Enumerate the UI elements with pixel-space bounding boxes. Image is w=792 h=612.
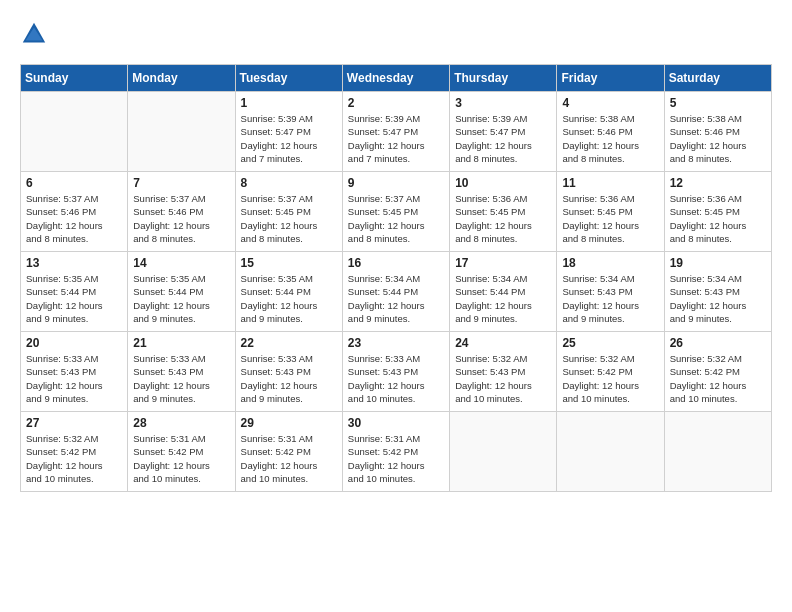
day-number: 19 xyxy=(670,256,766,270)
day-number: 25 xyxy=(562,336,658,350)
calendar-cell: 14Sunrise: 5:35 AM Sunset: 5:44 PM Dayli… xyxy=(128,252,235,332)
calendar-cell: 10Sunrise: 5:36 AM Sunset: 5:45 PM Dayli… xyxy=(450,172,557,252)
day-detail: Sunrise: 5:36 AM Sunset: 5:45 PM Dayligh… xyxy=(455,192,551,245)
calendar-cell: 28Sunrise: 5:31 AM Sunset: 5:42 PM Dayli… xyxy=(128,412,235,492)
calendar-cell: 26Sunrise: 5:32 AM Sunset: 5:42 PM Dayli… xyxy=(664,332,771,412)
calendar-week-row: 27Sunrise: 5:32 AM Sunset: 5:42 PM Dayli… xyxy=(21,412,772,492)
calendar-cell: 9Sunrise: 5:37 AM Sunset: 5:45 PM Daylig… xyxy=(342,172,449,252)
day-detail: Sunrise: 5:34 AM Sunset: 5:43 PM Dayligh… xyxy=(562,272,658,325)
day-number: 14 xyxy=(133,256,229,270)
day-detail: Sunrise: 5:33 AM Sunset: 5:43 PM Dayligh… xyxy=(348,352,444,405)
day-number: 18 xyxy=(562,256,658,270)
day-number: 9 xyxy=(348,176,444,190)
page-header xyxy=(20,20,772,48)
calendar-cell: 3Sunrise: 5:39 AM Sunset: 5:47 PM Daylig… xyxy=(450,92,557,172)
day-number: 3 xyxy=(455,96,551,110)
weekday-header: Wednesday xyxy=(342,65,449,92)
day-detail: Sunrise: 5:34 AM Sunset: 5:43 PM Dayligh… xyxy=(670,272,766,325)
day-number: 8 xyxy=(241,176,337,190)
day-detail: Sunrise: 5:32 AM Sunset: 5:42 PM Dayligh… xyxy=(670,352,766,405)
calendar-cell: 2Sunrise: 5:39 AM Sunset: 5:47 PM Daylig… xyxy=(342,92,449,172)
day-detail: Sunrise: 5:33 AM Sunset: 5:43 PM Dayligh… xyxy=(241,352,337,405)
calendar-cell: 17Sunrise: 5:34 AM Sunset: 5:44 PM Dayli… xyxy=(450,252,557,332)
day-number: 24 xyxy=(455,336,551,350)
calendar-cell: 8Sunrise: 5:37 AM Sunset: 5:45 PM Daylig… xyxy=(235,172,342,252)
day-number: 26 xyxy=(670,336,766,350)
day-detail: Sunrise: 5:32 AM Sunset: 5:43 PM Dayligh… xyxy=(455,352,551,405)
day-number: 1 xyxy=(241,96,337,110)
calendar-cell: 20Sunrise: 5:33 AM Sunset: 5:43 PM Dayli… xyxy=(21,332,128,412)
day-detail: Sunrise: 5:39 AM Sunset: 5:47 PM Dayligh… xyxy=(455,112,551,165)
calendar-cell: 19Sunrise: 5:34 AM Sunset: 5:43 PM Dayli… xyxy=(664,252,771,332)
weekday-header: Saturday xyxy=(664,65,771,92)
calendar-week-row: 1Sunrise: 5:39 AM Sunset: 5:47 PM Daylig… xyxy=(21,92,772,172)
calendar-cell: 11Sunrise: 5:36 AM Sunset: 5:45 PM Dayli… xyxy=(557,172,664,252)
day-number: 29 xyxy=(241,416,337,430)
day-number: 23 xyxy=(348,336,444,350)
day-detail: Sunrise: 5:32 AM Sunset: 5:42 PM Dayligh… xyxy=(562,352,658,405)
day-detail: Sunrise: 5:37 AM Sunset: 5:45 PM Dayligh… xyxy=(241,192,337,245)
day-number: 28 xyxy=(133,416,229,430)
day-detail: Sunrise: 5:36 AM Sunset: 5:45 PM Dayligh… xyxy=(562,192,658,245)
calendar-cell: 7Sunrise: 5:37 AM Sunset: 5:46 PM Daylig… xyxy=(128,172,235,252)
day-detail: Sunrise: 5:37 AM Sunset: 5:46 PM Dayligh… xyxy=(133,192,229,245)
day-detail: Sunrise: 5:32 AM Sunset: 5:42 PM Dayligh… xyxy=(26,432,122,485)
day-detail: Sunrise: 5:31 AM Sunset: 5:42 PM Dayligh… xyxy=(348,432,444,485)
day-detail: Sunrise: 5:35 AM Sunset: 5:44 PM Dayligh… xyxy=(26,272,122,325)
day-detail: Sunrise: 5:39 AM Sunset: 5:47 PM Dayligh… xyxy=(241,112,337,165)
day-detail: Sunrise: 5:37 AM Sunset: 5:45 PM Dayligh… xyxy=(348,192,444,245)
day-number: 6 xyxy=(26,176,122,190)
day-detail: Sunrise: 5:33 AM Sunset: 5:43 PM Dayligh… xyxy=(26,352,122,405)
calendar-cell: 27Sunrise: 5:32 AM Sunset: 5:42 PM Dayli… xyxy=(21,412,128,492)
day-number: 7 xyxy=(133,176,229,190)
day-detail: Sunrise: 5:39 AM Sunset: 5:47 PM Dayligh… xyxy=(348,112,444,165)
day-detail: Sunrise: 5:38 AM Sunset: 5:46 PM Dayligh… xyxy=(562,112,658,165)
calendar-cell: 12Sunrise: 5:36 AM Sunset: 5:45 PM Dayli… xyxy=(664,172,771,252)
day-detail: Sunrise: 5:35 AM Sunset: 5:44 PM Dayligh… xyxy=(133,272,229,325)
calendar-cell: 5Sunrise: 5:38 AM Sunset: 5:46 PM Daylig… xyxy=(664,92,771,172)
calendar-cell: 24Sunrise: 5:32 AM Sunset: 5:43 PM Dayli… xyxy=(450,332,557,412)
logo xyxy=(20,20,52,48)
calendar-cell: 30Sunrise: 5:31 AM Sunset: 5:42 PM Dayli… xyxy=(342,412,449,492)
day-number: 4 xyxy=(562,96,658,110)
day-detail: Sunrise: 5:31 AM Sunset: 5:42 PM Dayligh… xyxy=(241,432,337,485)
day-number: 11 xyxy=(562,176,658,190)
calendar-table: SundayMondayTuesdayWednesdayThursdayFrid… xyxy=(20,64,772,492)
calendar-cell xyxy=(128,92,235,172)
day-number: 16 xyxy=(348,256,444,270)
calendar-cell xyxy=(664,412,771,492)
day-number: 5 xyxy=(670,96,766,110)
weekday-header: Sunday xyxy=(21,65,128,92)
calendar-cell: 4Sunrise: 5:38 AM Sunset: 5:46 PM Daylig… xyxy=(557,92,664,172)
day-detail: Sunrise: 5:33 AM Sunset: 5:43 PM Dayligh… xyxy=(133,352,229,405)
day-number: 12 xyxy=(670,176,766,190)
calendar-cell xyxy=(450,412,557,492)
day-detail: Sunrise: 5:36 AM Sunset: 5:45 PM Dayligh… xyxy=(670,192,766,245)
day-number: 10 xyxy=(455,176,551,190)
calendar-cell: 25Sunrise: 5:32 AM Sunset: 5:42 PM Dayli… xyxy=(557,332,664,412)
day-detail: Sunrise: 5:38 AM Sunset: 5:46 PM Dayligh… xyxy=(670,112,766,165)
weekday-header: Thursday xyxy=(450,65,557,92)
weekday-header: Monday xyxy=(128,65,235,92)
calendar-cell: 13Sunrise: 5:35 AM Sunset: 5:44 PM Dayli… xyxy=(21,252,128,332)
day-detail: Sunrise: 5:35 AM Sunset: 5:44 PM Dayligh… xyxy=(241,272,337,325)
weekday-header: Tuesday xyxy=(235,65,342,92)
day-detail: Sunrise: 5:34 AM Sunset: 5:44 PM Dayligh… xyxy=(455,272,551,325)
day-detail: Sunrise: 5:31 AM Sunset: 5:42 PM Dayligh… xyxy=(133,432,229,485)
calendar-cell: 16Sunrise: 5:34 AM Sunset: 5:44 PM Dayli… xyxy=(342,252,449,332)
day-number: 22 xyxy=(241,336,337,350)
weekday-header: Friday xyxy=(557,65,664,92)
day-number: 15 xyxy=(241,256,337,270)
calendar-cell xyxy=(557,412,664,492)
calendar-week-row: 20Sunrise: 5:33 AM Sunset: 5:43 PM Dayli… xyxy=(21,332,772,412)
day-number: 2 xyxy=(348,96,444,110)
calendar-cell: 6Sunrise: 5:37 AM Sunset: 5:46 PM Daylig… xyxy=(21,172,128,252)
day-number: 13 xyxy=(26,256,122,270)
calendar-week-row: 13Sunrise: 5:35 AM Sunset: 5:44 PM Dayli… xyxy=(21,252,772,332)
calendar-cell: 1Sunrise: 5:39 AM Sunset: 5:47 PM Daylig… xyxy=(235,92,342,172)
calendar-header-row: SundayMondayTuesdayWednesdayThursdayFrid… xyxy=(21,65,772,92)
day-detail: Sunrise: 5:37 AM Sunset: 5:46 PM Dayligh… xyxy=(26,192,122,245)
day-number: 20 xyxy=(26,336,122,350)
calendar-cell xyxy=(21,92,128,172)
day-number: 30 xyxy=(348,416,444,430)
